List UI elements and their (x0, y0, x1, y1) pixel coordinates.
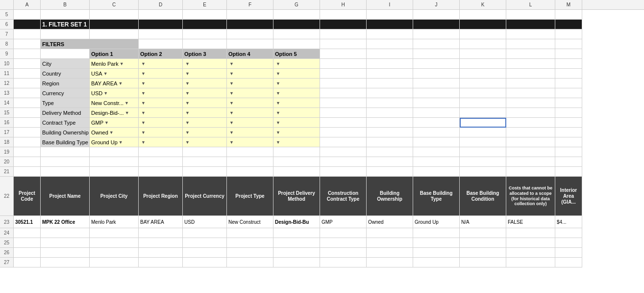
cell-21f[interactable] (227, 167, 273, 177)
cell-11c-val[interactable]: USA ▼ (90, 69, 139, 79)
cell-27j[interactable] (413, 258, 460, 267)
cell-17k[interactable] (460, 128, 506, 137)
cell-17f[interactable]: ▼ (227, 128, 273, 137)
cell-24b[interactable] (41, 228, 90, 238)
cell-23-bbcond[interactable]: N/A (460, 216, 506, 228)
cell-7a[interactable] (14, 29, 41, 39)
cell-19m[interactable] (555, 147, 582, 157)
cell-16i[interactable] (367, 118, 413, 128)
cell-15m[interactable] (555, 108, 582, 118)
cell-11j[interactable] (413, 69, 460, 79)
cell-17a[interactable] (14, 128, 41, 137)
cell-6h[interactable] (320, 20, 367, 29)
cell-14l[interactable] (506, 98, 555, 108)
cell-27h[interactable] (320, 258, 367, 267)
city-e-dropdown[interactable]: ▼ (185, 61, 190, 66)
cell-9e-opt3[interactable]: Option 3 (183, 49, 227, 59)
cell-5j[interactable] (413, 10, 460, 20)
cell-12k[interactable] (460, 79, 506, 88)
cell-14m[interactable] (555, 98, 582, 108)
cell-7m[interactable] (555, 29, 582, 39)
cell-13h[interactable] (320, 88, 367, 98)
cell-14h[interactable] (320, 98, 367, 108)
cell-13f[interactable]: ▼ (227, 88, 273, 98)
col-header-k[interactable]: K (460, 0, 506, 9)
cell-17h[interactable] (320, 128, 367, 137)
cell-12m[interactable] (555, 79, 582, 88)
cell-10g[interactable]: ▼ (273, 59, 320, 69)
cell-27b[interactable] (41, 258, 90, 267)
cell-8g[interactable] (273, 39, 320, 49)
cell-24i[interactable] (367, 228, 413, 238)
cell-19a[interactable] (14, 147, 41, 157)
cell-17g[interactable]: ▼ (273, 128, 320, 137)
cell-23-interior[interactable]: $4... (555, 216, 582, 228)
cell-20h[interactable] (320, 157, 367, 167)
contract-dropdown-icon[interactable]: ▼ (104, 120, 109, 125)
cell-21k[interactable] (460, 167, 506, 177)
cell-13l[interactable] (506, 88, 555, 98)
cell-25a[interactable] (14, 238, 41, 248)
cell-26h[interactable] (320, 248, 367, 258)
cell-12h[interactable] (320, 79, 367, 88)
cell-25l[interactable] (506, 238, 555, 248)
cell-16g[interactable]: ▼ (273, 118, 320, 128)
city-dropdown-icon[interactable]: ▼ (120, 61, 124, 66)
cell-20e[interactable] (183, 157, 227, 167)
cell-10h[interactable] (320, 59, 367, 69)
cell-16l[interactable] (506, 118, 555, 128)
cell-9h[interactable] (320, 49, 367, 59)
cell-23-type[interactable]: New Construct (227, 216, 273, 228)
cell-13d[interactable]: ▼ (139, 88, 183, 98)
cell-24h[interactable] (320, 228, 367, 238)
cell-17l[interactable] (506, 128, 555, 137)
cell-13j[interactable] (413, 88, 460, 98)
cell-13k[interactable] (460, 88, 506, 98)
cell-18e[interactable]: ▼ (183, 137, 227, 147)
cell-11l[interactable] (506, 69, 555, 79)
cell-24d[interactable] (139, 228, 183, 238)
cell-8i[interactable] (367, 39, 413, 49)
cell-15e[interactable]: ▼ (183, 108, 227, 118)
cell-12f[interactable]: ▼ (227, 79, 273, 88)
cell-19b[interactable] (41, 147, 90, 157)
cell-15k selected-cell[interactable] (460, 108, 506, 118)
currency-dropdown-icon[interactable]: ▼ (103, 91, 108, 96)
cell-7g[interactable] (273, 29, 320, 39)
cell-10d[interactable]: ▼ (139, 59, 183, 69)
cell-14j[interactable] (413, 98, 460, 108)
cell-9a[interactable] (14, 49, 41, 59)
cell-25f[interactable] (227, 238, 273, 248)
cell-8b-c[interactable]: FILTERS (41, 39, 139, 49)
cell-10l[interactable] (506, 59, 555, 69)
cell-11g[interactable]: ▼ (273, 69, 320, 79)
cell-19c[interactable] (90, 147, 139, 157)
cell-11d[interactable]: ▼ (139, 69, 183, 79)
cell-5k[interactable] (460, 10, 506, 20)
col-header-g[interactable]: G (273, 0, 320, 9)
cell-20a[interactable] (14, 157, 41, 167)
cell-7k[interactable] (460, 29, 506, 39)
cell-7f[interactable] (227, 29, 273, 39)
col-header-l[interactable]: L (506, 0, 555, 9)
cell-21g[interactable] (273, 167, 320, 177)
cell-18h[interactable] (320, 137, 367, 147)
cell-7l[interactable] (506, 29, 555, 39)
cell-15d[interactable]: ▼ (139, 108, 183, 118)
cell-25j[interactable] (413, 238, 460, 248)
cell-21h[interactable] (320, 167, 367, 177)
cell-16f[interactable]: ▼ (227, 118, 273, 128)
cell-24l[interactable] (506, 228, 555, 238)
cell-8l[interactable] (506, 39, 555, 49)
cell-18d[interactable]: ▼ (139, 137, 183, 147)
cell-18a[interactable] (14, 137, 41, 147)
cell-10k[interactable] (460, 59, 506, 69)
cell-20g[interactable] (273, 157, 320, 167)
cell-6d[interactable] (139, 20, 183, 29)
cell-21e[interactable] (183, 167, 227, 177)
region-dropdown-icon[interactable]: ▼ (118, 81, 123, 86)
cell-10c-val[interactable]: Menlo Park ▼ (90, 59, 139, 69)
cell-27f[interactable] (227, 258, 273, 267)
cell-27e[interactable] (183, 258, 227, 267)
cell-9m[interactable] (555, 49, 582, 59)
